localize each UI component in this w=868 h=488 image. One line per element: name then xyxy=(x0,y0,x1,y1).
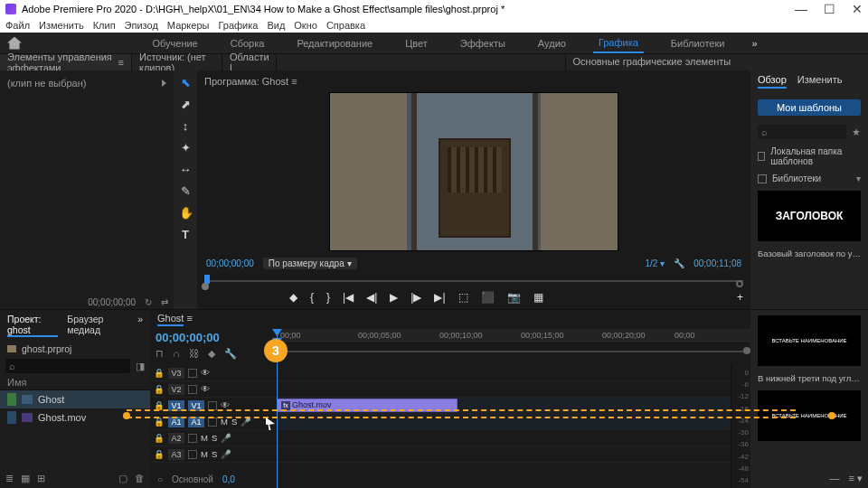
ws-tab-color[interactable]: Цвет xyxy=(400,34,433,52)
track-header-a2[interactable]: 🔒A2MS🎤 xyxy=(150,430,277,446)
libraries-checkbox[interactable] xyxy=(758,174,767,183)
project-item-clip[interactable]: Ghost.mov xyxy=(0,408,150,427)
program-tc-left[interactable]: 00;00;00;00 xyxy=(206,258,254,268)
resolution-dropdown[interactable]: 1/2 ▾ xyxy=(645,258,665,268)
eg-menu-icon[interactable]: ≡ ▾ xyxy=(849,473,863,484)
eg-tab-browse[interactable]: Обзор xyxy=(758,74,787,89)
track-header-v3[interactable]: 🔒V3👁 xyxy=(150,365,277,381)
regions-tab[interactable]: Области L xyxy=(222,54,277,70)
mark-in-icon[interactable]: { xyxy=(310,291,314,304)
export-frame-icon[interactable]: 📷 xyxy=(507,291,521,304)
favorites-star-icon[interactable]: ★ xyxy=(852,127,861,138)
template-thumb-1[interactable]: ЗАГОЛОВОК xyxy=(758,191,861,241)
ws-tab-effects[interactable]: Эффекты xyxy=(455,34,511,52)
direct-select-tool-icon[interactable]: ⬈ xyxy=(179,98,192,110)
fit-dropdown[interactable]: По размеру кадра ▾ xyxy=(263,258,357,269)
ws-tab-learning[interactable]: Обучение xyxy=(146,34,203,52)
hand-tool-icon[interactable]: ✋ xyxy=(179,206,192,219)
seq-menu-icon[interactable]: ≡ xyxy=(186,313,192,324)
icon-view-icon[interactable]: ▦ xyxy=(21,473,30,484)
timeline-timecode[interactable]: 00;00;00;00 xyxy=(156,331,271,344)
col-name[interactable]: Имя xyxy=(0,375,150,390)
step-back-icon[interactable]: ◀| xyxy=(366,291,377,304)
step-fwd-icon[interactable]: |▶ xyxy=(410,291,421,304)
timeline-zoom-scrubber[interactable] xyxy=(277,347,750,356)
ws-tab-assembly[interactable]: Сборка xyxy=(225,34,270,52)
template-thumb-2[interactable]: ВСТАВЬТЕ НАИМЕНОВАНИЕ xyxy=(758,315,861,366)
play-icon[interactable]: ▶ xyxy=(390,291,398,304)
track-header-a1[interactable]: 🔒A1A1MS🎤 xyxy=(150,414,277,430)
list-view-icon[interactable]: ≣ xyxy=(5,473,14,484)
snap-icon[interactable]: ⊓ xyxy=(156,348,164,360)
close-button[interactable]: ✕ xyxy=(852,2,863,16)
expand-arrow-icon[interactable] xyxy=(162,80,166,87)
menu-view[interactable]: Вид xyxy=(267,20,285,31)
magnet-icon[interactable]: ∩ xyxy=(173,348,180,360)
menu-clip[interactable]: Клип xyxy=(93,20,116,31)
maximize-button[interactable]: ☐ xyxy=(824,2,835,16)
ec-loop-icon[interactable]: ↻ xyxy=(145,297,152,307)
menu-graphics[interactable]: Графика xyxy=(218,20,258,31)
track-header-v2[interactable]: 🔒V2👁 xyxy=(150,381,277,398)
source-tab[interactable]: Источник: (нет клипов) xyxy=(132,54,222,70)
effect-controls-tab[interactable]: Элементы управления эффектами ≡ xyxy=(0,54,132,70)
menu-sequence[interactable]: Эпизод xyxy=(125,20,158,31)
eg-undo-icon[interactable]: — xyxy=(830,473,840,484)
settings-wrench-icon[interactable]: 🔧 xyxy=(674,258,684,268)
ws-overflow-icon[interactable]: » xyxy=(751,38,757,49)
ws-tab-graphics[interactable]: Графика xyxy=(593,33,644,53)
minimize-button[interactable]: — xyxy=(795,2,807,16)
timeline-clip-ghost[interactable]: fxGhost.mov xyxy=(277,399,458,412)
local-folder-checkbox[interactable] xyxy=(758,152,765,161)
wrench-tl-icon[interactable]: 🔧 xyxy=(224,348,237,360)
time-ruler[interactable]: 00;00 00;00;05;00 00;00;10;00 00;00;15;0… xyxy=(277,329,750,343)
marker-tl-icon[interactable]: ◆ xyxy=(208,348,215,360)
menu-edit[interactable]: Изменить xyxy=(39,20,84,31)
go-to-in-icon[interactable]: |◀ xyxy=(343,291,354,304)
ws-tab-editing[interactable]: Редактирование xyxy=(291,34,378,52)
mark-out-icon[interactable]: } xyxy=(326,291,330,304)
selection-tool-icon[interactable]: ⬉ xyxy=(179,76,192,89)
vertical-type-tool-icon[interactable]: ↕ xyxy=(179,119,192,132)
track-header-a3[interactable]: 🔒A3MS🎤 xyxy=(150,446,277,463)
new-item-icon[interactable]: ▢ xyxy=(118,473,127,484)
comparison-icon[interactable]: ▦ xyxy=(533,291,543,304)
panel-menu-icon[interactable]: ≡ xyxy=(118,57,124,68)
menu-markers[interactable]: Маркеры xyxy=(167,20,210,31)
project-search-input[interactable]: ⌕ xyxy=(5,359,130,373)
eg-tab-edit[interactable]: Изменить xyxy=(797,74,843,89)
lift-icon[interactable]: ⬚ xyxy=(458,291,468,304)
extract-icon[interactable]: ⬛ xyxy=(481,291,495,304)
menu-help[interactable]: Справка xyxy=(326,20,365,31)
trash-icon[interactable]: 🗑 xyxy=(135,473,145,484)
crop-tool-icon[interactable]: ↔ xyxy=(179,163,192,175)
menu-window[interactable]: Окно xyxy=(294,20,317,31)
add-marker-icon[interactable]: ◆ xyxy=(289,291,297,304)
project-item-sequence[interactable]: Ghost xyxy=(0,390,150,408)
ws-tab-libraries[interactable]: Библиотеки xyxy=(665,34,731,52)
track-header-v1[interactable]: 🔒V1V1👁 xyxy=(150,398,277,414)
menu-file[interactable]: Файл xyxy=(5,20,30,31)
link-icon[interactable]: ⛓ xyxy=(189,348,199,360)
align-tool-icon[interactable]: ✦ xyxy=(179,141,192,154)
eg-search-input[interactable]: ⌕ xyxy=(758,125,846,139)
new-bin-cam-icon[interactable]: ◨ xyxy=(136,361,145,372)
mix-main-value[interactable]: 0,0 xyxy=(222,474,235,484)
type-tool-icon[interactable]: T xyxy=(179,228,192,240)
home-icon[interactable] xyxy=(7,37,22,50)
my-templates-button[interactable]: Мои шаблоны xyxy=(758,99,861,116)
go-to-out-icon[interactable]: ▶| xyxy=(434,291,445,304)
button-editor-icon[interactable]: + xyxy=(737,291,743,304)
ec-toggle-icon[interactable]: ⇄ xyxy=(161,297,168,307)
program-scrubber[interactable] xyxy=(204,275,743,287)
template-thumb-3[interactable]: ВСТАВЬТЕ НАИМЕНОВАНИЕ xyxy=(758,390,861,441)
program-video[interactable] xyxy=(329,92,618,251)
track-area[interactable]: fxGhost.mov xyxy=(277,365,731,488)
pen-tool-icon[interactable]: ✎ xyxy=(179,184,192,197)
program-menu-icon[interactable]: ≡ xyxy=(291,76,297,87)
media-browser-tab[interactable]: Браузер медиад xyxy=(67,314,128,337)
project-tab[interactable]: Проект: ghost xyxy=(7,314,58,337)
sequence-tab[interactable]: Ghost xyxy=(157,313,184,326)
ws-tab-audio[interactable]: Аудио xyxy=(533,34,571,52)
freeform-view-icon[interactable]: ⊞ xyxy=(37,473,45,484)
